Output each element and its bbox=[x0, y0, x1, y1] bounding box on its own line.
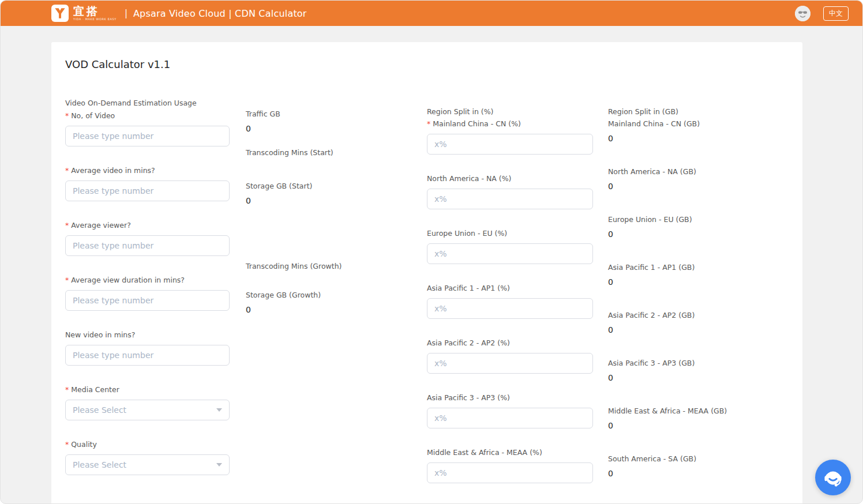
region-pct-field: Asia Pacific 3 - AP3 (%) bbox=[427, 393, 608, 428]
field-label: South America - SA (GB) bbox=[608, 454, 789, 464]
field-label: No, of Video bbox=[71, 111, 115, 121]
computed-value: 0 bbox=[608, 420, 789, 431]
field-label: North America - NA (%) bbox=[427, 174, 511, 183]
field-label: Media Center bbox=[71, 385, 119, 394]
form-grid: Video On-Demand Estimation Usage * No, o… bbox=[65, 98, 789, 504]
region-pct-field: North America - NA (%) bbox=[427, 174, 608, 209]
form-field: * Average view duration in mins? bbox=[65, 276, 246, 311]
region-gb-list: Mainland China - CN (GB) 0 North America… bbox=[608, 119, 789, 479]
field-label: Asia Pacific 2 - AP2 (%) bbox=[427, 338, 510, 348]
field-label: Average video in mins? bbox=[71, 166, 155, 175]
computed-field: Storage GB (Growth) 0 bbox=[246, 291, 427, 315]
computed-list: Traffic GB 0 Transcoding Mins (Start) St… bbox=[246, 110, 427, 315]
computed-value: 0 bbox=[246, 123, 427, 134]
yida-logo-glyph bbox=[54, 7, 66, 20]
computed-value: 0 bbox=[608, 373, 789, 383]
field-label: Asia Pacific 3 - AP3 (%) bbox=[427, 393, 510, 403]
field-label: Asia Pacific 3 - AP3 (GB) bbox=[608, 359, 789, 368]
region-pct-field: * Mainland China - CN (%) bbox=[427, 119, 608, 155]
headset-agent-icon bbox=[820, 464, 846, 491]
field-label: Europe Union - EU (%) bbox=[427, 229, 507, 238]
region-gb-field: Asia Pacific 1 - AP1 (GB) 0 bbox=[608, 263, 789, 287]
field-label-row: North America - NA (%) bbox=[427, 174, 608, 183]
percent-input[interactable] bbox=[427, 353, 593, 374]
app-header: 宜搭 YIDA · MAKE WORK EASY | Apsara Video … bbox=[1, 1, 862, 26]
language-toggle-button[interactable]: 中文 bbox=[823, 6, 849, 21]
required-asterisk: * bbox=[427, 119, 430, 128]
header-title: Apsara Video Cloud | CDN Calculator bbox=[133, 8, 307, 19]
percent-input[interactable] bbox=[427, 243, 593, 264]
required-asterisk: * bbox=[65, 111, 69, 120]
form-field: * Average video in mins? bbox=[65, 166, 246, 201]
computed-value: 0 bbox=[246, 304, 427, 315]
computed-label: Transcoding Mins (Growth) bbox=[246, 262, 427, 271]
select-dropdown[interactable]: Please Select bbox=[65, 400, 230, 420]
page-body: VOD Calculator v1.1 Video On-Demand Esti… bbox=[1, 26, 862, 504]
field-label-row: * Average viewer? bbox=[65, 221, 246, 230]
number-input[interactable] bbox=[65, 235, 230, 256]
select-placeholder: Please Select bbox=[73, 405, 126, 415]
computed-value: 0 bbox=[608, 229, 789, 239]
region-gb-field: Mainland China - CN (GB) 0 bbox=[608, 119, 789, 144]
region-pct-list: * Mainland China - CN (%) North America … bbox=[427, 119, 608, 504]
field-label-row: Asia Pacific 1 - AP1 (%) bbox=[427, 284, 608, 293]
logo-text: 宜搭 YIDA · MAKE WORK EASY bbox=[73, 6, 117, 21]
number-input[interactable] bbox=[65, 180, 230, 201]
field-label-row: * Average video in mins? bbox=[65, 166, 246, 175]
computed-value: 0 bbox=[608, 325, 789, 335]
yida-logo-icon[interactable] bbox=[51, 5, 69, 22]
region-pct-field: Asia Pacific 1 - AP1 (%) bbox=[427, 284, 608, 319]
percent-input[interactable] bbox=[427, 298, 593, 319]
field-label-row: * No, of Video bbox=[65, 111, 246, 121]
region-gb-field: Asia Pacific 3 - AP3 (GB) 0 bbox=[608, 359, 789, 383]
region-gb-field: South America - SA (GB) 0 bbox=[608, 454, 789, 479]
field-label: New video in mins? bbox=[65, 330, 135, 340]
computed-value: 0 bbox=[608, 277, 789, 287]
avatar-face-icon bbox=[795, 6, 811, 21]
form-field: * Average viewer? bbox=[65, 221, 246, 256]
computed-label: Traffic GB bbox=[246, 110, 427, 119]
usage-fields-list: * No, of Video * Average video in mins? … bbox=[65, 111, 246, 475]
required-asterisk: * bbox=[65, 385, 69, 394]
computed-value: 0 bbox=[608, 468, 789, 479]
percent-input[interactable] bbox=[427, 189, 593, 209]
field-label-row: Europe Union - EU (%) bbox=[427, 229, 608, 238]
computed-field: Transcoding Mins (Growth) bbox=[246, 262, 427, 271]
field-label: Asia Pacific 1 - AP1 (GB) bbox=[608, 263, 789, 272]
section-label: Video On-Demand Estimation Usage bbox=[65, 98, 246, 108]
required-asterisk: * bbox=[65, 276, 69, 284]
field-label-row: * Mainland China - CN (%) bbox=[427, 119, 608, 129]
number-input[interactable] bbox=[65, 290, 230, 311]
field-label: Asia Pacific 1 - AP1 (%) bbox=[427, 284, 510, 293]
form-field: New video in mins? bbox=[65, 330, 246, 366]
field-label: Middle East & Africa - MEAA (GB) bbox=[608, 407, 789, 416]
region-gb-field: North America - NA (GB) 0 bbox=[608, 167, 789, 191]
field-label-row: Asia Pacific 3 - AP3 (%) bbox=[427, 393, 608, 403]
field-label: Middle East & Africa - MEAA (%) bbox=[427, 448, 542, 457]
field-label-row: New video in mins? bbox=[65, 330, 246, 340]
app-window: 宜搭 YIDA · MAKE WORK EASY | Apsara Video … bbox=[0, 0, 863, 504]
number-input[interactable] bbox=[65, 126, 230, 146]
computed-field: Storage GB (Start) 0 bbox=[246, 182, 427, 206]
region-gb-header: Region Split in (GB) bbox=[608, 107, 789, 116]
chevron-down-icon bbox=[216, 408, 222, 412]
form-field: * Media Center Please Select bbox=[65, 385, 246, 420]
customer-service-button[interactable] bbox=[815, 460, 851, 495]
computed-label: Transcoding Mins (Start) bbox=[246, 148, 427, 157]
computed-results-column: Traffic GB 0 Transcoding Mins (Start) St… bbox=[246, 98, 427, 315]
region-pct-header: Region Split in (%) bbox=[427, 107, 608, 116]
field-label-row: Middle East & Africa - MEAA (%) bbox=[427, 448, 608, 457]
region-gb-field: Asia Pacific 2 - AP2 (GB) 0 bbox=[608, 311, 789, 335]
number-input[interactable] bbox=[65, 345, 230, 366]
percent-input[interactable] bbox=[427, 408, 593, 428]
field-label: Quality bbox=[71, 440, 97, 449]
form-field: * Quality Please Select bbox=[65, 440, 246, 475]
region-pct-field: Asia Pacific 2 - AP2 (%) bbox=[427, 338, 608, 374]
user-avatar[interactable] bbox=[795, 6, 811, 21]
select-placeholder: Please Select bbox=[73, 460, 126, 469]
select-dropdown[interactable]: Please Select bbox=[65, 454, 230, 475]
percent-input[interactable] bbox=[427, 134, 593, 155]
field-label: Mainland China - CN (GB) bbox=[608, 119, 789, 129]
field-label-row: Asia Pacific 2 - AP2 (%) bbox=[427, 338, 608, 348]
percent-input[interactable] bbox=[427, 462, 593, 483]
